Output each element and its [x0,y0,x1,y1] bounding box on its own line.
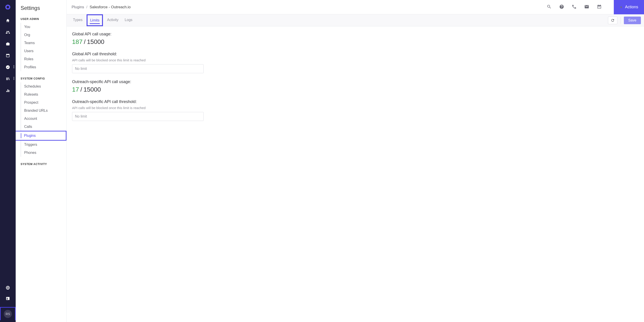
usage-separator: / [84,38,86,46]
mail-button[interactable] [584,4,589,10]
rail-people[interactable] [0,30,16,35]
global-total: 15000 [87,38,104,46]
svg-point-2 [14,68,14,68]
section-user-admin: USER ADMIN [16,16,66,22]
svg-point-5 [14,79,14,80]
topbar-icons: Actions [547,0,644,14]
sidebar-item-branded-urls[interactable]: Branded URLs [20,107,66,115]
calendar-icon [6,53,10,58]
calendar-grid-icon [597,4,602,9]
global-threshold-input[interactable] [72,64,204,73]
settings-sidebar: Settings USER ADMIN You Org Teams Users … [16,0,67,322]
sidebar-item-prospect[interactable]: Prospect [20,99,66,107]
contact-card-icon [6,296,10,301]
bar-chart-icon [6,88,10,93]
tab-limits[interactable]: Limits [86,14,103,26]
rail-analytics[interactable] [0,88,16,93]
global-usage-label: Global API call usage: [72,32,639,37]
outreach-threshold-label: Outreach-specific API call threshold: [72,99,639,104]
outreach-threshold-input[interactable] [72,112,204,121]
refresh-button[interactable] [608,17,617,24]
divider [620,17,621,24]
sidebar-item-plugins[interactable]: Plugins [16,131,66,141]
outreach-usage-value: 17 / 15000 [72,86,639,93]
phone-button[interactable] [572,4,577,10]
sidebar-item-profiles[interactable]: Profiles [20,63,66,71]
help-icon [559,4,564,9]
user-admin-list: You Org Teams Users Roles Profiles [16,22,66,75]
kebab-icon[interactable] [14,77,14,81]
global-threshold-label: Global API call threshold: [72,52,639,57]
rail-briefcase[interactable] [0,42,16,46]
sidebar-item-org[interactable]: Org [20,31,66,39]
breadcrumb-current: Salesforce - Outreach.io [90,5,131,10]
sidebar-item-teams[interactable]: Teams [20,39,66,47]
globe-icon [6,285,10,290]
outreach-usage-block: Outreach-specific API call usage: 17 / 1… [72,80,639,93]
user-avatar[interactable]: RS [4,310,12,318]
global-used: 187 [72,38,82,46]
sidebar-item-phones[interactable]: Phones [20,149,66,157]
rail-calendar[interactable] [0,53,16,58]
outreach-total: 15000 [84,86,101,93]
global-usage-block: Global API call usage: 187 / 15000 [72,32,639,46]
tab-logs[interactable]: Logs [122,14,135,26]
rail-home[interactable] [0,18,16,23]
rail-contacts[interactable] [6,296,10,302]
sidebar-item-rulesets[interactable]: Rulesets [20,91,66,99]
tab-types[interactable]: Types [71,14,85,26]
section-system-activity: SYSTEM ACTIVITY [16,161,66,167]
rail-tasks[interactable] [0,65,16,69]
library-icon [6,77,10,81]
section-system-config: SYSTEM CONFIG [16,75,66,82]
actions-button[interactable]: Actions [614,0,644,14]
sidebar-item-account[interactable]: Account [20,115,66,123]
calendar-button[interactable] [597,4,602,10]
home-icon [6,18,10,23]
sidebar-item-schedules[interactable]: Schedules [20,82,66,91]
rail-globe[interactable] [6,285,10,291]
sidebar-item-users[interactable]: Users [20,47,66,55]
app-rail: RS [0,0,16,322]
refresh-icon [611,18,615,22]
topbar: Plugins / Salesforce - Outreach.io Acti [67,0,644,14]
sidebar-item-roles[interactable]: Roles [20,55,66,63]
sidebar-item-triggers[interactable]: Triggers [20,141,66,149]
settings-title: Settings [16,5,66,16]
outreach-logo-icon [4,4,11,11]
actions-label: Actions [625,5,638,10]
breadcrumb-separator: / [86,5,88,10]
sidebar-item-you[interactable]: You [20,23,66,31]
kebab-icon[interactable] [14,65,14,69]
lightning-icon [620,5,623,9]
breadcrumb: Plugins / Salesforce - Outreach.io [72,5,131,10]
help-button[interactable] [559,4,564,10]
system-config-list: Schedules Rulesets Prospect Branded URLs… [16,82,66,161]
main-area: Plugins / Salesforce - Outreach.io Acti [67,0,644,322]
outreach-usage-label: Outreach-specific API call usage: [72,80,639,84]
tabs-bar: Types Limits Activity Logs Save [67,14,644,27]
rail-library[interactable] [0,77,16,81]
outreach-threshold-help: API calls will be blocked once this limi… [72,106,639,110]
outreach-used: 17 [72,86,79,93]
search-button[interactable] [547,4,552,10]
global-threshold-help: API calls will be blocked once this limi… [72,58,639,62]
svg-point-0 [14,65,14,66]
people-icon [5,30,10,35]
breadcrumb-root[interactable]: Plugins [72,5,84,10]
tab-activity[interactable]: Activity [105,14,120,26]
search-icon [547,4,552,9]
rail-avatar-container: RS [0,307,16,320]
app-logo[interactable] [4,4,11,12]
global-usage-value: 187 / 15000 [72,38,639,46]
global-threshold-block: Global API call threshold: API calls wil… [72,52,639,73]
sidebar-item-calls[interactable]: Calls [20,123,66,131]
save-button[interactable]: Save [624,17,641,24]
check-circle-icon [6,65,10,69]
briefcase-icon [6,42,10,46]
phone-icon [572,4,577,9]
svg-point-3 [14,77,14,78]
usage-separator: / [80,86,82,93]
svg-point-1 [14,67,14,67]
content-area: Global API call usage: 187 / 15000 Globa… [67,27,644,133]
